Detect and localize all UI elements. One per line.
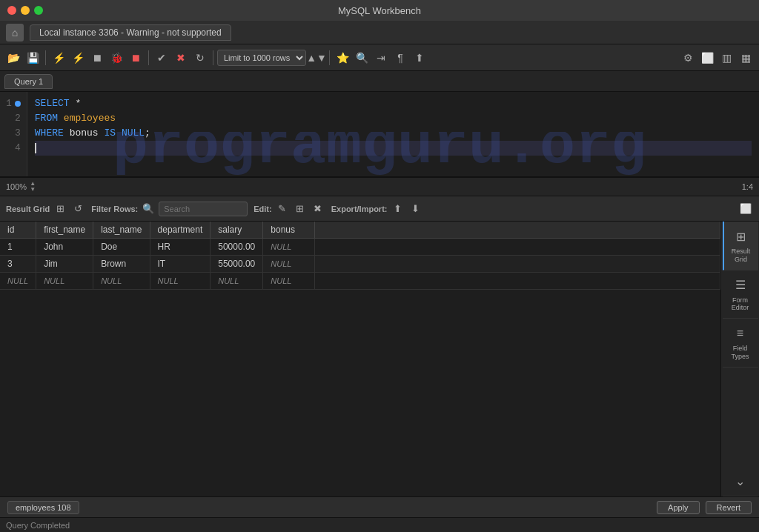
search-input[interactable] [159,202,248,216]
line-num-3: 3 [6,126,21,141]
star-icon[interactable]: ⭐ [334,49,351,67]
table-row[interactable]: NULLNULLNULLNULLNULLNULL [0,273,720,290]
editor-status-bar: 100% ▲ ▼ 1:4 [0,177,759,196]
panel-right-icon[interactable]: ▦ [737,49,755,67]
edit-section: Edit: ✎ ⊞ ✖ [253,202,325,216]
query-tab[interactable]: Query 1 [4,74,53,89]
line-num-2: 2 [6,111,21,126]
refresh-icon[interactable]: ↻ [191,49,209,67]
line-numbers: 1 2 3 4 [0,92,27,176]
result-grid-side-btn[interactable]: ⊞ ResultGrid [723,222,758,270]
side-panel: ⊞ ResultGrid ☰ FormEditor ≡ FieldTypes ⌄ [720,222,759,496]
sql-content[interactable]: SELECT * FROM employees WHERE bonus IS N… [27,92,759,176]
window-layout-icon[interactable]: ⬜ [698,49,716,67]
export-section: Export/Import: ⬆ ⬇ [331,202,423,216]
cell-department: HR [150,239,211,256]
sql-line-2: FROM employees [35,111,752,126]
result-toolbar: Result Grid ⊞ ↺ Filter Rows: 🔍 Edit: ✎ ⊞… [0,196,759,222]
result-grid-side-label: ResultGrid [732,247,751,264]
query-status-text: Query Completed [6,521,70,530]
col-extra [315,222,720,239]
col-id: id [0,222,36,239]
cell-extra [315,256,720,273]
table-row[interactable]: 3JimBrownIT55000.00NULL [0,256,720,273]
semicolon: ; [145,126,150,142]
sql-editor[interactable]: 1 2 3 4 SELECT * FROM employees WHERE bo… [0,92,759,177]
col-last-name: last_name [93,222,150,239]
open-file-icon[interactable]: 📂 [4,49,22,67]
add-row-icon[interactable]: ⊞ [293,202,308,216]
zoom-down-icon[interactable]: ▼ [30,187,36,193]
form-editor-side-btn[interactable]: ☰ FormEditor [723,270,758,319]
result-grid-section: Result Grid ⊞ ↺ [6,202,85,216]
cancel-icon[interactable]: ✖ [172,49,190,67]
maximize-button[interactable] [34,6,43,15]
cursor-position: 1:4 [742,182,753,191]
grid-view-icon[interactable]: ⊞ [53,202,67,216]
edit-row-icon[interactable]: ✎ [275,202,290,216]
save-file-icon[interactable]: 💾 [24,49,42,67]
field-types-side-btn[interactable]: ≡ FieldTypes [723,319,758,368]
settings-icon[interactable]: ⚙ [679,49,697,67]
app-title: MySQL Workbench [338,5,421,16]
field-types-side-label: FieldTypes [731,345,749,361]
indent-icon[interactable]: ⇥ [372,49,390,67]
limit-toggle-icon[interactable]: ▲▼ [308,49,325,67]
export-icon[interactable]: ⬆ [411,49,428,67]
line-dot-1 [15,101,21,107]
import-icon[interactable]: ⬇ [408,202,422,216]
close-button[interactable] [7,6,16,15]
zoom-arrows[interactable]: ▲ ▼ [30,181,36,193]
execute-icon[interactable]: ⚡ [50,49,67,67]
cell-first_name: NULL [36,273,93,290]
menu-bar: ⌂ Local instance 3306 - Warning - not su… [0,21,759,44]
minimize-button[interactable] [21,6,30,15]
filter-section: Filter Rows: 🔍 [91,202,248,216]
home-icon[interactable]: ⌂ [6,24,24,41]
result-content: id first_name last_name department salar… [0,222,759,496]
panel-layout-icon[interactable]: ▥ [717,49,735,67]
comment-icon[interactable]: ¶ [391,49,409,67]
apply-button[interactable]: Apply [657,501,700,514]
sql-line-3: WHERE bonus IS NULL ; [35,126,752,141]
stop-debug-icon[interactable]: ⏹ [127,49,145,67]
filter-search-icon[interactable]: 🔍 [141,202,156,216]
query-tab-bar: Query 1 [0,71,759,92]
header-row: id first_name last_name department salar… [0,222,720,239]
execute-current-icon[interactable]: ⚡ [69,49,87,67]
table-header: id first_name last_name department salar… [0,222,720,239]
connection-tab[interactable]: Local instance 3306 - Warning - not supp… [30,24,231,41]
data-table: id first_name last_name department salar… [0,222,720,290]
search-icon[interactable]: 🔍 [353,49,371,67]
edit-label: Edit: [253,205,271,213]
cell-id: NULL [0,273,36,290]
zoom-control[interactable]: 100% ▲ ▼ [6,181,36,193]
export-icon[interactable]: ⬆ [390,202,405,216]
refresh-result-icon[interactable]: ↺ [70,202,85,216]
window-controls [7,6,43,15]
table-status-tab[interactable]: employees 108 [7,501,79,514]
limit-select[interactable]: Limit to 1000 rows [217,50,306,66]
execute-all-icon[interactable]: ✔ [153,49,170,67]
wrap-icon[interactable]: ⬜ [738,202,753,216]
keyword-is: IS [104,126,116,142]
expand-icon: ⌄ [732,472,749,490]
null-value: NULL [101,276,122,285]
field-types-side-icon: ≡ [732,325,749,342]
revert-button[interactable]: Revert [706,501,752,514]
delete-row-icon[interactable]: ✖ [311,202,325,216]
null-value: NULL [271,242,291,251]
cell-bonus: NULL [263,239,315,256]
table-row[interactable]: 1JohnDoeHR50000.00NULL [0,239,720,256]
stop-icon[interactable]: ⏹ [88,49,106,67]
bottom-status: Query Completed [0,517,759,532]
toolbar-separator-4 [329,50,330,65]
expand-side-btn[interactable]: ⌄ [723,466,758,496]
debug-icon[interactable]: 🐞 [107,49,125,67]
main-toolbar: 📂 💾 ⚡ ⚡ ⏹ 🐞 ⏹ ✔ ✖ ↻ Limit to 1000 rows ▲… [0,44,759,71]
line-num-4: 4 [6,141,21,156]
data-table-wrapper[interactable]: id first_name last_name department salar… [0,222,720,496]
cell-department: IT [150,256,211,273]
cell-bonus: NULL [263,273,315,290]
condition-bonus: bonus [70,126,99,142]
